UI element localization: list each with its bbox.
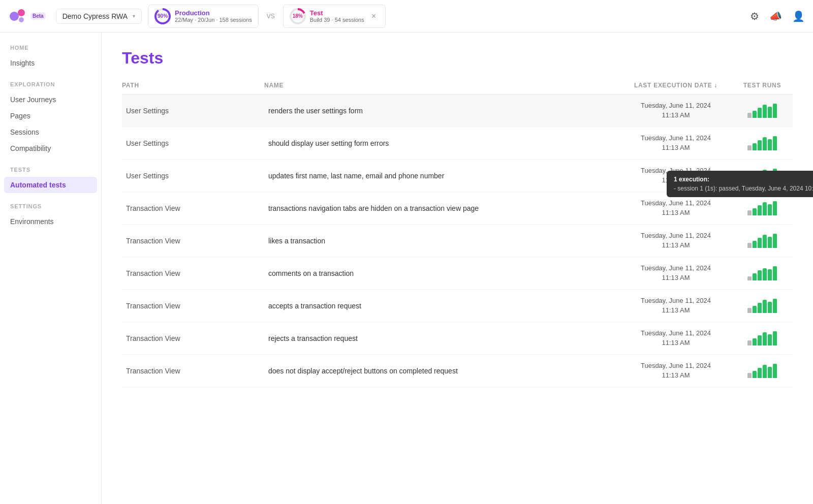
table-row[interactable]: Transaction Viewaccepts a transaction re… [122,290,793,322]
test-meta: Build 39 · 54 sessions [310,17,364,23]
sidebar-home-label: HOME [0,45,101,55]
tooltip-title: 1 execution: [674,176,813,183]
cell-name: updates first name, last name, email and… [264,166,620,186]
svg-point-1 [18,9,25,16]
test-env-pill[interactable]: 18% Test Build 39 · 54 sessions × [283,5,386,28]
cell-name: comments on a transaction [264,263,620,284]
sidebar-item-insights[interactable]: Insights [0,55,101,71]
bar [773,299,777,313]
table-row[interactable]: User Settingsrenders the user settings f… [122,94,793,127]
cell-path: Transaction View [122,263,264,284]
table-row[interactable]: Transaction Viewlikes a transactionTuesd… [122,225,793,257]
bar [758,335,762,345]
cell-name: rejects a transaction request [264,328,620,349]
bar [773,136,777,150]
bar [773,201,777,215]
cell-test-runs [732,325,793,352]
cell-test-runs [732,358,793,384]
cell-date: Tuesday, June 11, 202411:13 AM [620,290,732,321]
bar [768,139,772,150]
cell-test-runs [732,228,793,254]
production-info: Production 22/May · 20/Jun · 158 session… [175,9,252,23]
sidebar-exploration-label: EXPLORATION [0,81,101,91]
bar-chart [747,331,777,345]
sidebar-exploration-section: EXPLORATION User Journeys Pages Sessions… [0,81,101,156]
sort-icon: ↓ [714,82,717,89]
sidebar-item-compatibility[interactable]: Compatibility [0,140,101,156]
bar [763,268,767,280]
bar [773,234,777,248]
tooltip-line: - session 1 (1s): passed, Tuesday, June … [674,185,813,192]
cell-date: Tuesday, June 11, 202411:13 AM [620,355,732,386]
table-row[interactable]: Transaction Viewrejects a transaction re… [122,322,793,355]
sidebar-item-pages[interactable]: Pages [0,108,101,124]
bar [753,208,757,215]
user-icon[interactable]: 👤 [792,10,805,22]
page-title: Tests [122,49,793,68]
table-body: User Settingsrenders the user settings f… [122,94,793,387]
cell-date: Tuesday, June 11, 202411:13 AM [620,323,732,353]
bar [747,308,752,313]
project-name: Demo Cypress RWA [62,12,128,20]
bar [768,237,772,248]
production-env-pill[interactable]: 90% Production 22/May · 20/Jun · 158 ses… [148,5,259,28]
cell-test-runs [732,293,793,319]
cell-date: Tuesday, June 11, 202411:13 AM [620,258,732,288]
test-percent: 18% [292,10,304,22]
cell-date: Tuesday, June 11, 202411:13 AM [620,225,732,256]
main-content: Tests PATH NAME LAST EXECUTION DATE ↓ TE… [102,33,813,504]
bar-chart [747,266,777,280]
bar [753,241,757,248]
cell-path: User Settings [122,166,264,186]
table-row[interactable]: Transaction Viewdoes not display accept/… [122,355,793,387]
bar [768,269,772,280]
bar [773,364,777,378]
close-test-button[interactable]: × [368,11,379,22]
cell-test-runs [732,195,793,222]
sidebar-item-environments[interactable]: Environments [0,213,101,230]
bar [758,270,762,280]
bar [763,137,767,150]
topbar: Beta Demo Cypress RWA ▾ 90% Production 2… [0,0,813,33]
cell-name: accepts a transaction request [264,296,620,316]
sidebar-item-pages-label: Pages [10,112,30,120]
bar [753,338,757,345]
bar [768,107,772,118]
bar-chart [747,104,777,118]
cell-path: Transaction View [122,231,264,251]
settings-icon[interactable]: ⚙ [750,10,759,22]
bar [747,145,752,150]
chevron-down-icon: ▾ [133,13,135,19]
sidebar-item-user-journeys[interactable]: User Journeys [0,91,101,108]
bar [763,365,767,378]
col-last-exec-header[interactable]: LAST EXECUTION DATE ↓ [620,82,732,89]
svg-point-2 [19,17,24,22]
project-selector[interactable]: Demo Cypress RWA ▾ [56,9,142,24]
bar [768,334,772,345]
sidebar-item-user-journeys-label: User Journeys [10,96,56,104]
notifications-icon[interactable]: 📣 [769,10,782,22]
logo-icon [8,7,27,26]
production-meta: 22/May · 20/Jun · 158 sessions [175,17,252,23]
cell-name: does not display accept/reject buttons o… [264,361,620,381]
topbar-right-icons: ⚙ 📣 👤 [750,10,805,22]
sidebar-item-compatibility-label: Compatibility [10,144,51,152]
cell-test-runs [732,130,793,156]
cell-path: Transaction View [122,296,264,316]
sidebar-item-automated-tests[interactable]: Automated tests [4,177,97,193]
bar [747,243,752,248]
sidebar-item-sessions[interactable]: Sessions [0,124,101,140]
table-row[interactable]: User Settingsshould display user setting… [122,127,793,160]
bar [753,111,757,118]
sidebar-item-sessions-label: Sessions [10,128,39,136]
table-row[interactable]: Transaction Viewcomments on a transactio… [122,257,793,290]
sidebar-item-environments-label: Environments [10,217,54,226]
test-ring: 18% [290,8,306,24]
bar-chart [747,201,777,215]
bar [747,340,752,345]
sidebar-settings-label: SETTINGS [0,203,101,213]
bar [747,113,752,118]
bar [747,373,752,378]
bar [763,300,767,313]
cell-name: likes a transaction [264,231,620,251]
